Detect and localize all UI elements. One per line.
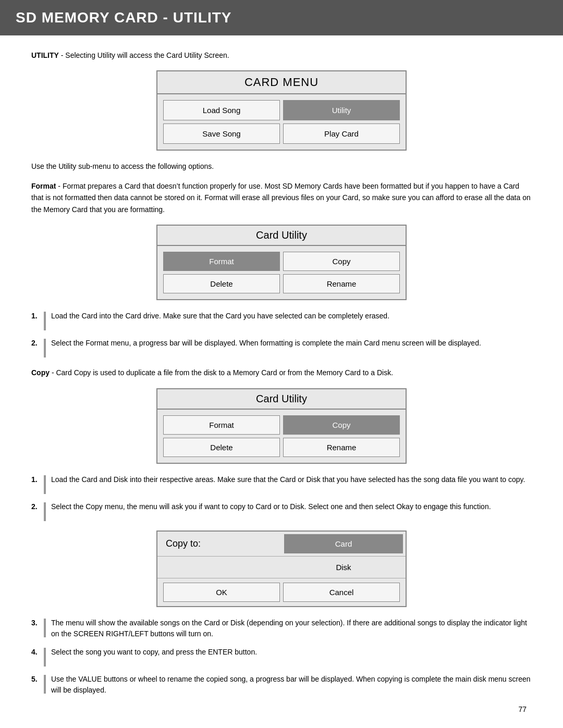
- final-step-bar-5: [44, 675, 46, 694]
- card-utility-copy-grid: Format Copy Delete Rename: [157, 410, 406, 463]
- card-utility-format-widget: Card Utility Format Copy Delete Rename: [156, 225, 407, 300]
- copy-step-bar-1: [44, 475, 46, 494]
- card-utility-copy-title: Card Utility: [157, 389, 406, 410]
- format-steps-list: 1. Load the Card into the Card drive. Ma…: [31, 311, 532, 357]
- final-step-bar-4: [44, 648, 46, 667]
- card-utility-copy-widget: Card Utility Format Copy Delete Rename: [156, 388, 407, 464]
- step-bar-2: [44, 339, 46, 357]
- format-text: - Format prepares a Card that doesn’t fu…: [31, 182, 531, 214]
- copy-bold: Copy: [31, 368, 50, 377]
- final-step-5: 5. Use the VALUE buttons or wheel to ren…: [31, 674, 532, 696]
- copy-step-text-1: Load the Card and Disk into their respec…: [51, 474, 532, 485]
- copy-to-ok-btn[interactable]: OK: [163, 583, 280, 602]
- card-menu-utility[interactable]: Utility: [283, 100, 400, 120]
- card-menu-widget: CARD MENU Load Song Utility Save Song Pl…: [156, 70, 407, 151]
- copy-to-cancel-btn[interactable]: Cancel: [283, 583, 400, 602]
- card-utility-format-grid: Format Copy Delete Rename: [157, 246, 406, 299]
- copy-to-disk-row: Disk: [157, 557, 406, 578]
- final-step-text-3: The menu will show the available songs o…: [51, 618, 532, 639]
- page-header: SD MEMORY CARD - UTILITY: [0, 0, 563, 35]
- final-step-4: 4. Select the song you want to copy, and…: [31, 647, 532, 667]
- intro-text: - Selecting Utility will access the Card…: [59, 51, 229, 59]
- final-steps-list: 3. The menu will show the available song…: [31, 618, 532, 696]
- copy-steps-list: 1. Load the Card and Disk into their res…: [31, 474, 532, 521]
- copy-step-1: 1. Load the Card and Disk into their res…: [31, 474, 532, 494]
- final-step-text-4: Select the song you want to copy, and pr…: [51, 647, 532, 658]
- card-utility-format-btn[interactable]: Format: [163, 252, 280, 271]
- card-utility-copy-rename-btn[interactable]: Rename: [283, 438, 400, 457]
- step-number-2: 2.: [31, 338, 44, 349]
- card-menu-load-song[interactable]: Load Song: [163, 100, 280, 120]
- copy-step-2: 2. Select the Copy menu, the menu will a…: [31, 501, 532, 521]
- copy-to-widget: Copy to: Card Disk OK Cancel: [156, 530, 407, 607]
- main-content: UTILITY - Selecting Utility will access …: [0, 50, 563, 728]
- card-utility-delete-btn[interactable]: Delete: [163, 274, 280, 293]
- utility-bold: UTILITY: [31, 51, 59, 59]
- copy-step-text-2: Select the Copy menu, the menu will ask …: [51, 501, 532, 512]
- copy-to-ok-row: OK Cancel: [157, 578, 406, 606]
- format-description: Format - Format prepares a Card that doe…: [31, 180, 532, 215]
- copy-to-disk-option[interactable]: Disk: [282, 559, 406, 576]
- intro-paragraph: UTILITY - Selecting Utility will access …: [31, 50, 532, 61]
- card-utility-copy-btn[interactable]: Copy: [283, 252, 400, 271]
- card-menu-grid: Load Song Utility Save Song Play Card: [157, 94, 406, 150]
- copy-step-number-2: 2.: [31, 501, 44, 512]
- copy-step-number-1: 1.: [31, 474, 44, 485]
- final-step-number-3: 3.: [31, 618, 44, 628]
- final-step-number-4: 4.: [31, 647, 44, 658]
- card-menu-play-card[interactable]: Play Card: [283, 124, 400, 144]
- copy-to-top-row: Copy to: Card: [157, 532, 406, 557]
- step-text-2: Select the Format menu, a progress bar w…: [51, 338, 532, 349]
- step-number-1: 1.: [31, 311, 44, 322]
- format-bold: Format: [31, 182, 56, 190]
- format-step-2: 2. Select the Format menu, a progress ba…: [31, 338, 532, 357]
- card-menu-title: CARD MENU: [157, 71, 406, 94]
- card-menu-save-song[interactable]: Save Song: [163, 124, 280, 144]
- format-step-1: 1. Load the Card into the Card drive. Ma…: [31, 311, 532, 330]
- final-step-bar-3: [44, 619, 46, 637]
- sub-text: Use the Utility sub-menu to access the f…: [31, 161, 532, 172]
- copy-text: - Card Copy is used to duplicate a file …: [50, 368, 393, 377]
- final-step-text-5: Use the VALUE buttons or wheel to rename…: [51, 674, 532, 696]
- copy-to-card-option[interactable]: Card: [284, 534, 403, 553]
- final-step-3: 3. The menu will show the available song…: [31, 618, 532, 639]
- page-title: SD MEMORY CARD - UTILITY: [16, 9, 547, 26]
- step-text-1: Load the Card into the Card drive. Make …: [51, 311, 532, 322]
- card-utility-copy-format-btn[interactable]: Format: [163, 415, 280, 435]
- card-utility-copy-copy-btn[interactable]: Copy: [283, 415, 400, 435]
- copy-to-label: Copy to:: [157, 533, 282, 554]
- copy-step-bar-2: [44, 502, 46, 521]
- card-utility-rename-btn[interactable]: Rename: [283, 274, 400, 293]
- final-step-number-5: 5.: [31, 674, 44, 685]
- copy-description: Copy - Card Copy is used to duplicate a …: [31, 367, 532, 378]
- card-utility-format-title: Card Utility: [157, 226, 406, 246]
- step-bar-1: [44, 312, 46, 330]
- page-number: 77: [31, 705, 532, 713]
- card-utility-copy-delete-btn[interactable]: Delete: [163, 438, 280, 457]
